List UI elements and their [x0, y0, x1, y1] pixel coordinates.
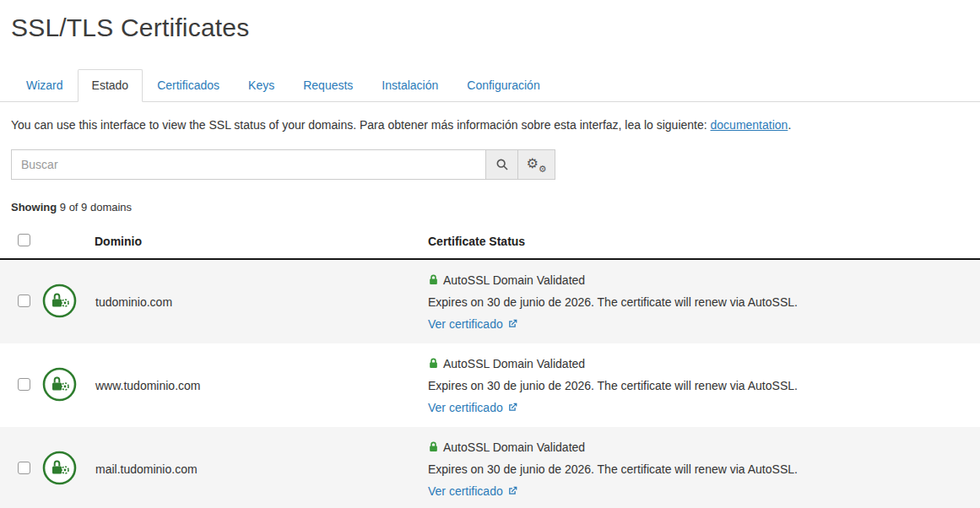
autossl-lock-badge-icon [42, 367, 77, 404]
header-checkbox-cell [11, 234, 42, 249]
summary-rest: 9 of 9 domains [57, 201, 132, 213]
status-title-line: AutoSSL Domain Validated [428, 269, 980, 291]
tab-bar: Wizard Estado Certificados Keys Requests… [0, 69, 980, 102]
search-input[interactable] [11, 149, 486, 180]
row-checkbox[interactable] [18, 462, 30, 474]
table-header-row: Dominio Certificate Status [0, 224, 980, 260]
domains-table: Dominio Certificate Status tudominio.com [0, 224, 980, 508]
intro-text: You can use this interface to view the S… [11, 116, 969, 133]
tab-requests[interactable]: Requests [289, 69, 367, 102]
domain-cell: www.tudominio.com [42, 367, 428, 404]
tab-label: Estado [92, 78, 129, 92]
domain-name: tudominio.com [95, 295, 172, 309]
documentation-link[interactable]: documentation [711, 118, 788, 132]
view-certificate-link[interactable]: Ver certificado [428, 313, 518, 335]
domain-name: www.tudominio.com [95, 379, 201, 392]
certificate-status-cell: AutoSSL Domain Validated Expires on 30 d… [428, 353, 980, 419]
view-certificate-label: Ver certificado [428, 480, 503, 502]
status-title: AutoSSL Domain Validated [443, 353, 585, 375]
table-row: tudominio.com AutoSSL Domain Validated E… [0, 260, 980, 343]
status-title-line: AutoSSL Domain Validated [428, 353, 980, 375]
intro-after: . [788, 118, 791, 132]
status-detail: Expires on 30 de junio de 2026. The cert… [428, 291, 980, 313]
autossl-lock-badge-icon [42, 284, 77, 321]
table-row: mail.tudominio.com AutoSSL Domain Valida… [0, 427, 980, 508]
tab-wizard[interactable]: Wizard [12, 69, 78, 102]
lock-icon [428, 358, 439, 369]
page-title: SSL/TLS Certificates [11, 14, 980, 42]
summary-bold: Showing [11, 201, 57, 213]
tab-certificados[interactable]: Certificados [143, 69, 234, 102]
gears-icon: ⚙⚙ [527, 156, 547, 173]
tab-configuraci-n[interactable]: Configuración [452, 69, 554, 102]
select-all-checkbox[interactable] [18, 234, 30, 246]
row-checkbox[interactable] [18, 378, 30, 391]
tab-estado[interactable]: Estado [78, 69, 143, 102]
lock-icon [428, 441, 439, 452]
results-summary: Showing 9 of 9 domains [11, 201, 969, 213]
tab-label: Certificados [157, 78, 219, 92]
status-title: AutoSSL Domain Validated [443, 269, 585, 291]
status-title-line: AutoSSL Domain Validated [428, 436, 980, 458]
table-row: www.tudominio.com AutoSSL Domain Validat… [0, 343, 980, 427]
row-checkbox-cell [11, 378, 42, 393]
domain-name: mail.tudominio.com [95, 462, 198, 476]
row-checkbox-cell [11, 295, 42, 310]
tab-keys[interactable]: Keys [234, 69, 289, 102]
intro-before: You can use this interface to view the S… [11, 118, 711, 132]
tab-label: Configuración [467, 78, 539, 92]
row-checkbox[interactable] [18, 295, 30, 307]
external-link-icon [507, 485, 518, 496]
certificate-status-cell: AutoSSL Domain Validated Expires on 30 d… [428, 436, 980, 502]
tab-label: Requests [303, 78, 353, 92]
domain-cell: mail.tudominio.com [42, 451, 428, 488]
external-link-icon [507, 318, 518, 329]
search-icon [495, 158, 509, 171]
tab-label: Keys [248, 78, 274, 92]
external-link-icon [507, 402, 518, 413]
tab-instalaci-n[interactable]: Instalación [367, 69, 452, 102]
view-certificate-link[interactable]: Ver certificado [428, 397, 518, 419]
domain-column-header: Dominio [42, 235, 428, 248]
view-certificate-label: Ver certificado [428, 397, 503, 419]
view-certificate-label: Ver certificado [428, 313, 503, 335]
tab-label: Wizard [26, 78, 63, 92]
tab-label: Instalación [382, 78, 438, 92]
autossl-lock-badge-icon [42, 451, 77, 488]
search-settings-button[interactable]: ⚙⚙ [518, 149, 555, 180]
table-body: tudominio.com AutoSSL Domain Validated E… [0, 260, 980, 508]
status-detail: Expires on 30 de junio de 2026. The cert… [428, 458, 980, 480]
certificate-status-cell: AutoSSL Domain Validated Expires on 30 d… [428, 269, 980, 335]
status-column-header: Certificate Status [428, 235, 980, 248]
status-title: AutoSSL Domain Validated [443, 436, 585, 458]
search-button[interactable] [486, 149, 518, 180]
lock-icon [428, 274, 439, 285]
domain-cell: tudominio.com [42, 284, 428, 321]
row-checkbox-cell [11, 462, 42, 477]
view-certificate-link[interactable]: Ver certificado [428, 480, 518, 502]
search-group: ⚙⚙ [11, 149, 969, 180]
status-detail: Expires on 30 de junio de 2026. The cert… [428, 375, 980, 397]
